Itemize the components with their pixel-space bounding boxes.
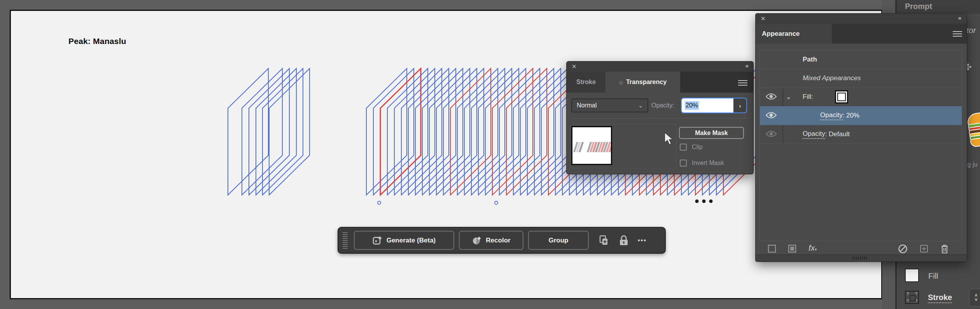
resize-grip[interactable] (852, 256, 868, 260)
opacity-stepper-button[interactable]: › (733, 98, 746, 112)
panel-titlebar[interactable]: ✕ « (567, 61, 753, 72)
tab-stroke[interactable]: Stroke (567, 72, 606, 93)
collapse-icon[interactable]: « (958, 14, 961, 21)
chevron-down-icon: ⌄ (638, 102, 643, 109)
more-options-button[interactable]: ••• (638, 237, 647, 244)
clip-checkbox[interactable] (680, 144, 687, 151)
fx-effects-icon[interactable]: fx▾ (808, 243, 817, 253)
lock-icon[interactable] (618, 235, 629, 246)
opacity-label: Opacity: (651, 102, 674, 109)
stroke-label: Stroke (928, 293, 952, 303)
appearance-footer: fx▾ (760, 244, 962, 255)
invert-mask-label: Invert Mask (692, 160, 724, 167)
group-button[interactable]: Group (528, 231, 589, 250)
row-fill[interactable]: ⌄ Fill: (760, 88, 962, 107)
row-fill-opacity-selected[interactable]: Opacity : 20% (760, 106, 962, 125)
tab-appearance[interactable]: Appearance (756, 24, 832, 44)
make-mask-button[interactable]: Make Mask (679, 127, 744, 139)
partial-text-tor: tor (966, 26, 976, 35)
tab-transparency[interactable]: ◇ Transparency (606, 72, 680, 93)
close-icon[interactable]: ✕ (572, 63, 577, 70)
opacity-input[interactable]: 20% › (682, 98, 746, 112)
row-path[interactable]: Path (760, 50, 962, 69)
expand-chevron-icon[interactable]: ⌄ (786, 94, 791, 100)
tab-row: Appearance (756, 24, 967, 44)
opacity-value: 20% (685, 101, 699, 110)
duplicate-item-icon[interactable] (919, 244, 929, 253)
divider (571, 118, 749, 118)
tab-row: Stroke ◇ Transparency (567, 72, 753, 93)
diamond-icon: ◇ (619, 79, 623, 85)
generate-button[interactable]: Generate (Beta) (354, 231, 454, 250)
panel-titlebar[interactable]: ✕ « (756, 14, 967, 24)
stepper-down-icon[interactable]: ˅ (975, 298, 977, 302)
generate-sparkle-icon (373, 235, 383, 246)
transparency-panel: ✕ « Stroke ◇ Transparency Normal ⌄ Opaci… (567, 61, 753, 174)
clip-label: Clip (692, 144, 703, 151)
clear-appearance-icon[interactable] (898, 244, 908, 254)
visibility-eye-icon[interactable] (766, 93, 777, 100)
transparency-panel-body: Normal ⌄ Opacity: 20% › Make Mask Clip I… (567, 93, 753, 174)
recolor-icon (472, 235, 482, 246)
drag-handle[interactable] (343, 232, 348, 249)
stroke-color-swatch[interactable]: ?? ?? (905, 291, 919, 304)
row-opacity-default[interactable]: Opacity : Default (760, 125, 962, 144)
partial-text-igju: ig ju (966, 161, 977, 168)
recolor-button[interactable]: Recolor (459, 231, 523, 250)
collapse-icon[interactable]: « (746, 62, 748, 69)
mouse-cursor (664, 132, 676, 146)
fill-color-swatch[interactable] (905, 269, 919, 282)
stroke-weight-stepper[interactable]: ˄ ˅ (969, 289, 980, 307)
visibility-eye-icon[interactable] (766, 112, 777, 119)
burger-thumbnail-image (966, 110, 980, 150)
appearance-list: Path Mixed Appearances ⌄ Fill: Opacity :… (760, 50, 962, 241)
visibility-eye-icon-dim[interactable] (766, 130, 777, 137)
trash-icon[interactable] (940, 244, 949, 254)
blend-mode-dropdown[interactable]: Normal ⌄ (571, 98, 648, 112)
quick-actions-bar: Generate (Beta) Recolor Group ••• (338, 227, 666, 254)
invert-mask-checkbox[interactable] (680, 160, 687, 167)
fill-swatch[interactable] (835, 90, 848, 104)
duplicate-icon[interactable] (597, 234, 610, 247)
panel-menu-icon[interactable] (738, 80, 747, 86)
prompt-panel-title: Prompt (905, 2, 932, 11)
close-icon[interactable]: ✕ (761, 15, 766, 22)
add-stroke-icon[interactable] (767, 244, 777, 253)
panel-menu-icon[interactable] (953, 31, 962, 37)
add-fill-icon[interactable] (788, 244, 797, 253)
panel-bottom-bar (756, 255, 967, 262)
object-thumbnail[interactable] (571, 126, 612, 165)
row-mixed-appearances[interactable]: Mixed Appearances (760, 69, 962, 88)
fill-label: Fill (928, 272, 938, 281)
appearance-panel: ✕ « Appearance Path Mixed Appearances ⌄ … (756, 14, 967, 262)
